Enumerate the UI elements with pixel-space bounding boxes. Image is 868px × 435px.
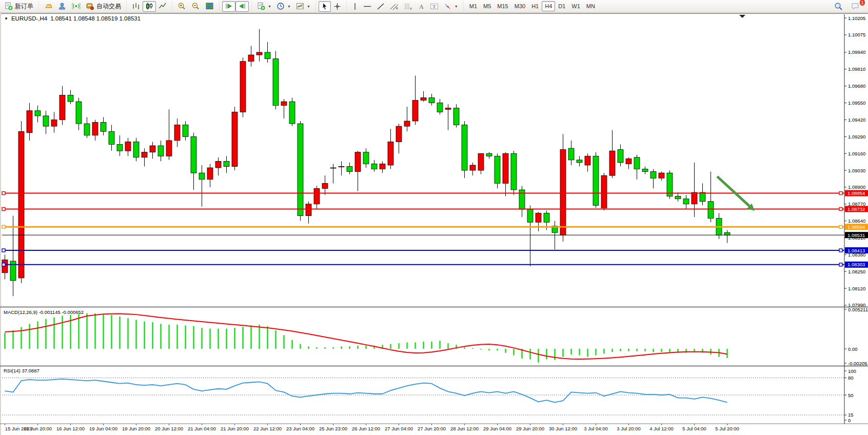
arrows-tool[interactable]: ▼ <box>441 1 461 12</box>
notifications-button[interactable]: 1 <box>849 1 863 12</box>
toolbar-separator <box>218 1 221 11</box>
price-tick-label: 1.09030 <box>848 168 865 173</box>
text-label-tool[interactable]: T <box>427 1 441 12</box>
rsi-label: RSI(14) 37.0887 <box>4 368 40 373</box>
timeframe-h4[interactable]: H4 <box>542 1 555 11</box>
autotrading-button[interactable]: 自动交易 <box>83 1 124 12</box>
candle-body <box>76 102 82 124</box>
cursor-tool-button[interactable] <box>319 1 331 12</box>
new-chart-button[interactable]: ▼ <box>254 1 274 12</box>
rsi-tick-label: 0 <box>848 418 851 423</box>
time-axis-label: 19 Jun 20:00 <box>122 426 150 431</box>
one-click-trading-toggle[interactable]: ▼ <box>4 16 8 21</box>
candle-body <box>700 192 705 202</box>
candle-body <box>166 141 172 156</box>
line-handle[interactable] <box>839 225 842 228</box>
line-handle[interactable] <box>2 225 5 228</box>
candlestick-chart-button[interactable] <box>143 1 156 12</box>
timeframe-m15[interactable]: M15 <box>494 1 511 11</box>
time-axis-label: 30 Jun 12:00 <box>549 426 577 431</box>
price-tick-label: 1.09290 <box>848 134 865 140</box>
time-axis-label: 19 Jun 04:00 <box>89 426 117 431</box>
toolbar-separator <box>462 1 465 11</box>
timeframe-m5[interactable]: M5 <box>480 1 494 11</box>
market-button[interactable] <box>42 1 55 12</box>
rsi-tick-label: 100 <box>848 368 856 374</box>
time-axis-label: 20 Jun 12:00 <box>155 426 183 431</box>
vertical-line-tool[interactable] <box>349 1 361 12</box>
candle-body <box>51 120 57 126</box>
candle-body <box>626 159 632 164</box>
toolbar-separator <box>345 1 348 11</box>
autotrading-label: 自动交易 <box>96 2 121 11</box>
macd-tick-label: 0.005211 <box>848 307 868 312</box>
crosshair-icon <box>333 3 341 10</box>
price-tick-label: 1.09680 <box>848 83 865 89</box>
signals-button[interactable] <box>69 1 83 12</box>
candle-body <box>445 108 451 110</box>
search-button[interactable] <box>832 1 845 12</box>
macd-signal-line <box>5 314 727 359</box>
auto-scroll-button[interactable] <box>222 1 235 12</box>
price-line-label-text: 1.08303 <box>847 262 865 267</box>
line-handle[interactable] <box>839 192 842 195</box>
price-line-label-text: 1.08413 <box>847 248 865 253</box>
candle-body <box>174 125 180 141</box>
crosshair-tool-button[interactable] <box>331 1 344 12</box>
time-axis-label: 23 Jun 04:00 <box>286 426 314 431</box>
line-handle[interactable] <box>2 263 5 266</box>
timeframe-w1[interactable]: W1 <box>568 1 583 11</box>
trend-arrow[interactable] <box>717 176 749 206</box>
candle-body <box>618 150 623 163</box>
candle-body <box>248 55 254 62</box>
line-handle[interactable] <box>839 207 842 210</box>
time-axis-label: 21 Jun 20:00 <box>221 426 249 431</box>
line-handle[interactable] <box>2 192 5 195</box>
candle-body <box>117 144 123 151</box>
timeframe-d1[interactable]: D1 <box>555 1 568 11</box>
trendline-icon <box>377 3 385 10</box>
bar-chart-icon <box>132 2 140 10</box>
candle-body <box>207 168 213 180</box>
timeframe-m1[interactable]: M1 <box>466 1 480 11</box>
price-tick-label: 1.08640 <box>848 218 865 224</box>
line-handle[interactable] <box>839 263 842 266</box>
fibonacci-tool[interactable]: F <box>401 1 415 12</box>
candle-body <box>429 97 435 103</box>
candle-body <box>68 95 73 102</box>
line-handle[interactable] <box>2 249 5 252</box>
trendline-tool[interactable] <box>374 1 387 12</box>
horizontal-line-tool[interactable] <box>361 1 374 12</box>
new-order-label: 新订单 <box>15 2 33 11</box>
chart-shift-button[interactable] <box>235 1 249 12</box>
candle-body <box>298 124 303 216</box>
line-handle[interactable] <box>839 249 842 252</box>
chart-canvas[interactable]: 1.102051.100751.099401.098101.096801.095… <box>0 13 868 435</box>
channel-tool[interactable]: E <box>387 1 401 12</box>
line-chart-button[interactable] <box>156 1 169 12</box>
text-tool[interactable]: A <box>415 1 427 12</box>
price-tick-label: 1.09940 <box>848 49 865 55</box>
indicators-button[interactable]: ▼ <box>293 1 313 12</box>
timeframe-m30[interactable]: M30 <box>511 1 528 11</box>
toolbar-separator <box>37 1 41 11</box>
zoom-out-button[interactable] <box>189 1 203 12</box>
chevron-down-icon: ▼ <box>287 5 291 8</box>
period-presets-button[interactable]: ▼ <box>274 1 293 12</box>
candle-body <box>659 173 664 178</box>
line-handle[interactable] <box>2 207 5 210</box>
tile-windows-button[interactable] <box>203 1 216 12</box>
zoom-in-button[interactable] <box>175 1 189 12</box>
bar-chart-button[interactable] <box>129 1 143 12</box>
candle-body <box>593 156 599 205</box>
new-order-button[interactable]: 新订单 <box>2 1 36 12</box>
community-button[interactable] <box>55 1 69 12</box>
timeframe-h1[interactable]: H1 <box>528 1 542 11</box>
candle-body <box>339 166 344 167</box>
candle-body <box>232 112 238 166</box>
timeframe-mn[interactable]: MN <box>583 1 598 11</box>
candle-body <box>18 131 24 278</box>
candle-body <box>396 126 402 142</box>
timeframe-group: M1M5M15M30H1H4D1W1MN <box>466 0 598 13</box>
chart-shift-marker[interactable] <box>739 15 745 18</box>
